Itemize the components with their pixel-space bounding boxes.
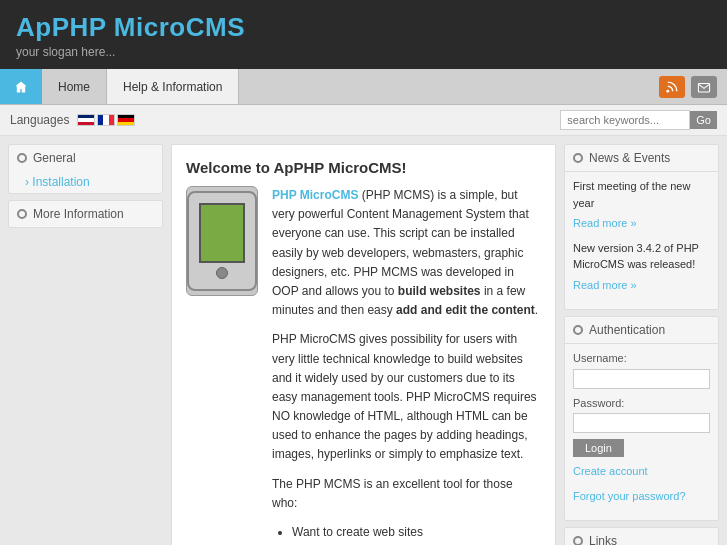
- search-area: Go: [560, 110, 717, 130]
- password-input[interactable]: [573, 413, 710, 433]
- phpmicrocms-link[interactable]: PHP MicroCMS: [272, 188, 358, 202]
- list-item-1: Want to create web sites: [292, 523, 541, 542]
- phone-button: [216, 267, 228, 279]
- flag-de[interactable]: [117, 114, 135, 126]
- news-label: News & Events: [589, 151, 670, 165]
- links-radio-dot: [573, 536, 583, 545]
- flag-fr[interactable]: [97, 114, 115, 126]
- general-label: General: [33, 151, 76, 165]
- forgot-password-link[interactable]: Forgot your password?: [573, 488, 710, 505]
- rss-icon: [665, 80, 679, 94]
- sidebar-general-title: General: [9, 145, 162, 171]
- phone-image: [186, 186, 258, 296]
- navbar: Home Help & Information: [0, 69, 727, 105]
- login-button[interactable]: Login: [573, 439, 624, 457]
- sidebar-more-title: More Information: [9, 201, 162, 227]
- phone-body: [187, 191, 257, 291]
- svg-rect-1: [698, 83, 709, 91]
- para1-bold1: build websites: [398, 284, 481, 298]
- username-input[interactable]: [573, 369, 710, 389]
- auth-body: Username: Password: Login Create account…: [565, 350, 718, 504]
- para3: The PHP MCMS is an excellent tool for th…: [272, 475, 541, 513]
- nav-utility-icons: [659, 76, 727, 98]
- language-bar: Languages Go: [0, 105, 727, 136]
- auth-radio-dot: [573, 325, 583, 335]
- nav-help[interactable]: Help & Information: [107, 69, 239, 104]
- password-label: Password:: [573, 395, 710, 412]
- para1-text: (PHP MCMS) is a simple, but very powerfu…: [272, 188, 529, 298]
- nav-home[interactable]: Home: [42, 69, 107, 104]
- para2: PHP MicroCMS gives possibility for users…: [272, 330, 541, 464]
- news-read-more-1[interactable]: Read more »: [573, 215, 710, 232]
- more-info-label: More Information: [33, 207, 124, 221]
- center-content: Welcome to ApPHP MicroCMS! PHP MicroCMS …: [171, 144, 556, 545]
- links-section: Links text about link: [564, 527, 719, 545]
- right-sidebar: News & Events First meeting of the new y…: [564, 144, 719, 545]
- news-body: First meeting of the new year Read more …: [565, 178, 718, 293]
- home-icon: [14, 80, 28, 94]
- links-label: Links: [589, 534, 617, 545]
- general-radio-dot: [17, 153, 27, 163]
- news-section: News & Events First meeting of the new y…: [564, 144, 719, 310]
- flag-en[interactable]: [77, 114, 95, 126]
- mail-icon: [697, 80, 711, 94]
- search-button[interactable]: Go: [690, 111, 717, 129]
- content-title: Welcome to ApPHP MicroCMS!: [186, 159, 541, 176]
- sidebar-installation[interactable]: Installation: [9, 171, 162, 193]
- auth-title: Authentication: [565, 317, 718, 344]
- search-input[interactable]: [560, 110, 690, 130]
- site-slogan: your slogan here...: [16, 45, 711, 59]
- svg-point-0: [666, 89, 669, 92]
- main-content: General Installation More Information We…: [0, 136, 727, 545]
- news-item-1: First meeting of the new year: [573, 178, 710, 211]
- rss-button[interactable]: [659, 76, 685, 98]
- nav-home-icon[interactable]: [0, 69, 42, 104]
- auth-label: Authentication: [589, 323, 665, 337]
- more-radio-dot: [17, 209, 27, 219]
- sidebar-more-section: More Information: [8, 200, 163, 228]
- username-label: Username:: [573, 350, 710, 367]
- create-account-link[interactable]: Create account: [573, 463, 710, 480]
- links-title: Links: [565, 528, 718, 545]
- news-radio-dot: [573, 153, 583, 163]
- auth-section: Authentication Username: Password: Login…: [564, 316, 719, 521]
- mail-button[interactable]: [691, 76, 717, 98]
- para1-end: .: [535, 303, 538, 317]
- news-item-2: New version 3.4.2 of PHP MicroCMS was re…: [573, 240, 710, 273]
- sidebar-general-section: General Installation: [8, 144, 163, 194]
- phone-screen: [199, 203, 245, 263]
- site-header: ApPHP MicroCMS your slogan here...: [0, 0, 727, 69]
- feature-list: Want to create web sites Look for small,…: [292, 523, 541, 545]
- para1-bold2: add and edit the content: [396, 303, 535, 317]
- languages-label: Languages: [10, 113, 69, 127]
- site-title: ApPHP MicroCMS: [16, 12, 711, 43]
- news-read-more-2[interactable]: Read more »: [573, 277, 710, 294]
- news-title: News & Events: [565, 145, 718, 172]
- left-sidebar: General Installation More Information: [8, 144, 163, 545]
- content-body: PHP MicroCMS (PHP MCMS) is a simple, but…: [272, 186, 541, 545]
